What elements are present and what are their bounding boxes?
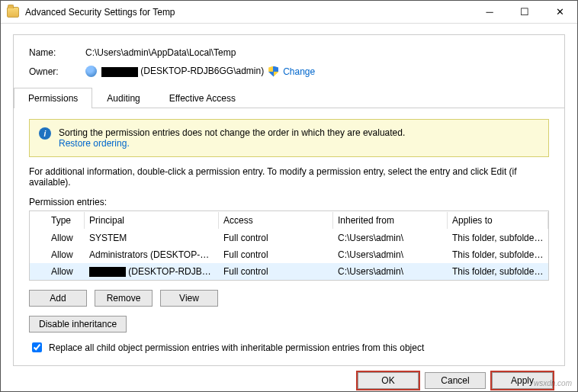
notice-text: Sorting the permission entries does not … — [59, 127, 405, 149]
user-icon — [85, 66, 97, 77]
info-icon: i — [39, 127, 51, 140]
table-body: AllowSYSTEMFull controlC:\Users\admin\Th… — [30, 230, 548, 280]
name-label: Name: — [29, 47, 85, 58]
view-button[interactable]: View — [160, 290, 218, 307]
col-principal[interactable]: Principal — [85, 212, 219, 229]
cell-access: Full control — [219, 265, 333, 278]
watermark: wsxdn.com — [534, 379, 572, 387]
cell-access: Full control — [219, 248, 333, 262]
name-row: Name: C:\Users\admin\AppData\Local\Temp — [29, 47, 549, 58]
titlebar: Advanced Security Settings for Temp ─ ☐ … — [1, 1, 577, 24]
replace-checkbox[interactable] — [32, 342, 42, 352]
replace-children-check[interactable]: Replace all child object permission entr… — [29, 340, 549, 355]
table-row[interactable]: AllowAdministrators (DESKTOP-RDJ...Full … — [30, 246, 548, 263]
restore-ordering-link[interactable]: Restore ordering. — [59, 138, 130, 149]
inheritance-row: Disable inheritance — [29, 316, 549, 333]
redacted-owner — [101, 67, 138, 77]
cell-inherited: C:\Users\admin\ — [333, 231, 448, 245]
col-access[interactable]: Access — [219, 212, 333, 229]
cell-inherited: C:\Users\admin\ — [333, 265, 448, 278]
tab-auditing[interactable]: Auditing — [92, 88, 154, 108]
ok-button[interactable]: OK — [358, 372, 419, 389]
disable-inheritance-button[interactable]: Disable inheritance — [29, 316, 127, 333]
tabs: Permissions Auditing Effective Access — [14, 88, 564, 108]
help-text: For additional information, double-click… — [29, 166, 549, 188]
shield-icon — [268, 66, 278, 77]
cell-principal: (DESKTOP-RDJB6GG\ad... — [85, 265, 219, 278]
entries-label: Permission entries: — [29, 197, 549, 207]
window-title: Advanced Security Settings for Temp — [25, 7, 472, 18]
col-applies[interactable]: Applies to — [448, 212, 548, 229]
col-type[interactable]: Type — [47, 212, 85, 229]
col-inherited[interactable]: Inherited from — [333, 212, 448, 229]
table-header: Type Principal Access Inherited from App… — [30, 211, 548, 230]
cell-applies: This folder, subfolders and files — [448, 248, 548, 262]
cell-principal: SYSTEM — [85, 231, 219, 245]
content: Name: C:\Users\admin\AppData\Local\Temp … — [1, 24, 577, 392]
permission-table: Type Principal Access Inherited from App… — [29, 210, 549, 281]
dialog-buttons: OK Cancel Apply — [13, 366, 565, 392]
window: Advanced Security Settings for Temp ─ ☐ … — [0, 0, 578, 392]
name-value: C:\Users\admin\AppData\Local\Temp — [85, 47, 549, 58]
cell-inherited: C:\Users\admin\ — [333, 248, 448, 262]
replace-label: Replace all child object permission entr… — [49, 342, 424, 353]
tab-permissions[interactable]: Permissions — [14, 88, 92, 108]
redacted-principal — [89, 267, 126, 277]
cell-type: Allow — [47, 265, 85, 278]
remove-button[interactable]: Remove — [95, 290, 153, 307]
folder-icon — [7, 7, 19, 18]
cell-applies: This folder, subfolders and files — [448, 231, 548, 245]
owner-name: (DESKTOP-RDJB6GG\admin) — [101, 66, 264, 76]
tab-effective-access[interactable]: Effective Access — [155, 88, 250, 108]
owner-row: Owner: (DESKTOP-RDJB6GG\admin) Change — [29, 66, 549, 77]
col-icon — [30, 217, 47, 223]
cell-type: Allow — [47, 231, 85, 245]
cell-type: Allow — [47, 248, 85, 262]
notice-bar: i Sorting the permission entries does no… — [29, 119, 549, 157]
owner-label: Owner: — [29, 66, 85, 77]
cell-applies: This folder, subfolders and files — [448, 265, 548, 278]
inner-panel: Name: C:\Users\admin\AppData\Local\Temp … — [13, 34, 565, 366]
minimize-button[interactable]: ─ — [472, 1, 507, 24]
entry-button-row: Add Remove View — [29, 290, 549, 307]
cancel-button[interactable]: Cancel — [425, 372, 486, 389]
cell-access: Full control — [219, 231, 333, 245]
close-button[interactable]: ✕ — [542, 1, 577, 24]
table-row[interactable]: Allow (DESKTOP-RDJB6GG\ad...Full control… — [30, 263, 548, 280]
table-row[interactable]: AllowSYSTEMFull controlC:\Users\admin\Th… — [30, 230, 548, 246]
add-button[interactable]: Add — [29, 290, 87, 307]
cell-principal: Administrators (DESKTOP-RDJ... — [85, 248, 219, 262]
change-link[interactable]: Change — [283, 66, 315, 77]
owner-value: (DESKTOP-RDJB6GG\admin) Change — [85, 66, 315, 77]
maximize-button[interactable]: ☐ — [507, 1, 542, 24]
